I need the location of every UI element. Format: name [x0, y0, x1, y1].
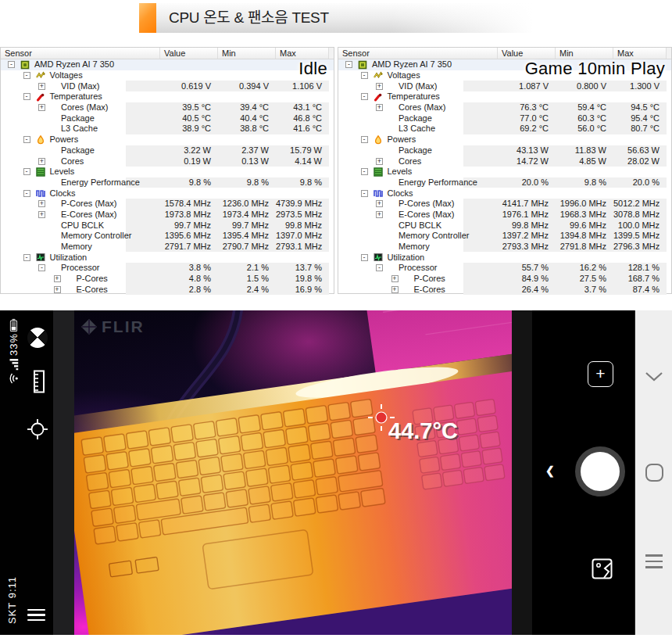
table-row[interactable]: -Levels — [1, 167, 334, 177]
table-row[interactable]: +VID (Max)1.087 V0.800 V1.300 V — [338, 81, 671, 91]
table-row[interactable]: +E-Cores (Max)1973.8 MHz1973.4 MHz2973.5… — [1, 210, 334, 220]
table-row[interactable]: -AMD Ryzen AI 7 350 — [1, 59, 334, 70]
table-row[interactable]: Memory Controller1397.2 MHz1394.8 MHz139… — [338, 231, 671, 242]
sensor-label: Powers — [388, 134, 416, 145]
collapse-icon[interactable]: - — [23, 93, 30, 100]
table-row[interactable]: -Levels — [338, 167, 671, 177]
collapse-icon[interactable]: - — [23, 136, 30, 143]
table-row[interactable]: +P-Cores (Max)1578.4 MHz1236.0 MHz4739.9… — [1, 199, 334, 210]
palette-icon[interactable] — [27, 328, 48, 348]
value-cell: 2793.3 MHz — [498, 242, 556, 252]
table-row[interactable]: +E-Cores2.8 %2.4 %16.9 % — [1, 284, 334, 295]
sensor-cell: +Cores — [338, 156, 498, 167]
table-row[interactable]: +Cores14.72 W4.85 W28.02 W — [338, 156, 671, 167]
collapse-icon[interactable]: - — [361, 93, 368, 100]
table-row[interactable]: +Cores (Max)76.3 °C59.4 °C94.5 °C — [338, 102, 671, 113]
shutter-button[interactable] — [575, 446, 625, 496]
table-row[interactable]: -Temperatures — [338, 91, 671, 102]
column-header-sensor[interactable]: Sensor — [1, 48, 160, 59]
table-row[interactable]: -Utilization — [1, 252, 334, 263]
gallery-icon[interactable] — [592, 558, 613, 579]
expand-icon[interactable]: + — [391, 286, 399, 293]
table-row[interactable]: Memory Controller1395.6 MHz1395.4 MHz139… — [1, 231, 334, 242]
table-row[interactable]: Memory2793.3 MHz2791.8 MHz2796.3 MHz — [338, 242, 671, 253]
collapse-icon[interactable]: - — [8, 61, 15, 68]
table-row[interactable]: Energy Performance9.8 %9.8 %9.8 % — [1, 177, 334, 188]
collapse-icon[interactable]: - — [361, 72, 368, 79]
home-button-icon[interactable] — [635, 464, 672, 482]
collapse-icon[interactable]: - — [23, 254, 30, 261]
table-row[interactable]: -Processor3.8 %2.1 %13.7 % — [1, 263, 334, 274]
temperature-scale-icon[interactable] — [29, 370, 46, 396]
table-row[interactable]: -Temperatures — [1, 91, 334, 102]
expand-icon[interactable]: + — [376, 104, 383, 111]
recent-apps-icon[interactable] — [635, 554, 672, 568]
expand-icon[interactable]: + — [38, 211, 45, 218]
table-row[interactable]: +E-Cores (Max)1976.1 MHz1968.3 MHz3078.8… — [338, 210, 671, 220]
expand-icon[interactable]: + — [54, 286, 61, 293]
sensor-label: Clocks — [50, 188, 76, 199]
collapse-icon[interactable]: - — [23, 72, 30, 79]
expand-icon[interactable]: + — [38, 83, 45, 90]
table-row[interactable]: +Cores (Max)39.5 °C39.4 °C43.1 °C — [1, 102, 334, 113]
table-row[interactable]: Package3.22 W2.37 W15.79 W — [1, 145, 334, 156]
table-row[interactable]: +P-Cores4.8 %1.5 %19.8 % — [1, 274, 334, 285]
min-cell: 11.83 W — [556, 145, 613, 156]
column-header-max[interactable]: Max — [613, 48, 667, 59]
value-cell: 99.7 MHz — [160, 220, 218, 231]
column-header-min[interactable]: Min — [218, 48, 276, 59]
table-row[interactable]: Memory2791.7 MHz2790.7 MHz2793.1 MHz — [1, 242, 334, 253]
table-row[interactable]: +P-Cores84.9 %27.5 %168.7 % — [338, 274, 671, 285]
table-row[interactable]: -Clocks — [1, 188, 334, 199]
expand-icon[interactable]: + — [54, 275, 61, 282]
column-header-value[interactable]: Value — [160, 48, 218, 59]
table-row[interactable]: Energy Performance20.0 %9.8 %20.0 % — [338, 177, 671, 188]
table-row[interactable]: CPU BCLK99.8 MHz99.6 MHz100.0 MHz — [338, 220, 671, 231]
wifi-icon — [9, 372, 19, 384]
expand-icon[interactable]: + — [38, 158, 45, 165]
column-header-sensor[interactable]: Sensor — [338, 48, 498, 59]
expand-icon[interactable]: + — [38, 104, 45, 111]
menu-icon[interactable] — [27, 609, 45, 622]
column-header-min[interactable]: Min — [556, 48, 613, 59]
chevron-left-icon[interactable]: ❮ — [545, 464, 555, 477]
table-row[interactable]: Package40.5 °C40.4 °C46.8 °C — [1, 113, 334, 124]
collapse-icon[interactable]: - — [23, 190, 30, 197]
expand-icon[interactable]: + — [38, 200, 45, 207]
collapse-icon[interactable]: - — [23, 168, 30, 175]
table-row[interactable]: -Clocks — [338, 188, 671, 199]
expand-icon[interactable]: + — [376, 200, 383, 207]
table-row[interactable]: +P-Cores (Max)4141.7 MHz1996.0 MHz5012.2… — [338, 199, 671, 210]
max-cell: 19.8 % — [276, 274, 329, 284]
collapse-icon[interactable]: - — [361, 136, 368, 143]
min-cell: 2791.8 MHz — [556, 242, 613, 252]
collapse-icon[interactable]: - — [345, 61, 352, 68]
table-row[interactable]: CPU BCLK99.7 MHz99.7 MHz99.8 MHz — [1, 220, 334, 231]
table-row[interactable]: -Voltages — [1, 70, 334, 81]
column-header-max[interactable]: Max — [276, 48, 329, 59]
add-measurement-button[interactable]: + — [588, 361, 613, 387]
table-row[interactable]: L3 Cache69.2 °C56.0 °C80.7 °C — [338, 124, 671, 134]
table-row[interactable]: -Utilization — [338, 252, 671, 263]
expand-icon[interactable]: + — [376, 83, 383, 90]
table-row[interactable]: Package77.0 °C60.3 °C95.4 °C — [338, 113, 671, 124]
table-row[interactable]: +VID (Max)0.619 V0.394 V1.106 V — [1, 81, 334, 91]
collapse-icon[interactable]: - — [361, 190, 368, 197]
table-row[interactable]: -Processor55.7 %16.2 %128.1 % — [338, 263, 671, 274]
collapse-icon[interactable]: - — [361, 254, 368, 261]
collapse-icon[interactable]: - — [38, 264, 45, 271]
table-row[interactable]: Package43.13 W11.83 W56.63 W — [338, 145, 671, 156]
expand-icon[interactable]: + — [391, 275, 399, 282]
chevron-down-icon[interactable] — [635, 371, 672, 382]
spot-meter-icon[interactable] — [27, 418, 48, 443]
table-row[interactable]: -Powers — [1, 134, 334, 145]
collapse-icon[interactable]: - — [361, 168, 368, 175]
column-header-value[interactable]: Value — [498, 48, 556, 59]
table-row[interactable]: -Powers — [338, 134, 671, 145]
table-row[interactable]: +Cores0.19 W0.13 W4.14 W — [1, 156, 334, 167]
expand-icon[interactable]: + — [376, 211, 383, 218]
table-row[interactable]: L3 Cache38.9 °C38.8 °C41.6 °C — [1, 124, 334, 134]
expand-icon[interactable]: + — [376, 158, 383, 165]
collapse-icon[interactable]: - — [376, 264, 383, 271]
table-row[interactable]: +E-Cores26.4 %3.7 %87.4 % — [338, 284, 671, 295]
